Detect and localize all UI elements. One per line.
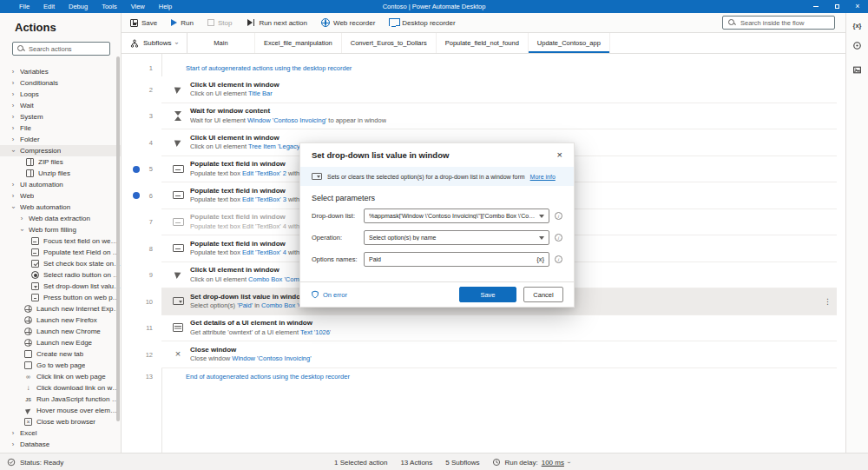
menu-tools[interactable]: Tools [95, 0, 124, 13]
sidebar-action-go-to-web-page[interactable]: Go to web page [0, 360, 121, 371]
entity-link[interactable]: Edit 'TextBox' 3 [242, 195, 286, 203]
tab-update-contoso-app[interactable]: Update_Contoso_app [529, 33, 610, 53]
sidebar-action-launch-new-edge[interactable]: Launch new Edge [0, 337, 121, 348]
sidebar-group-file[interactable]: ›File [0, 122, 121, 134]
tab-excel-file-manipulation[interactable]: Excel_file_manipulation [255, 33, 342, 53]
row-menu-button[interactable]: ⋮ [824, 297, 832, 306]
menu-help[interactable]: Help [152, 0, 179, 13]
close-button[interactable]: × [847, 0, 868, 13]
entity-link[interactable]: Text '1026' [300, 328, 331, 336]
options-names-input[interactable]: Paid {x} [364, 252, 549, 267]
sidebar-action-run-javascript-function-on-we[interactable]: Run JavaScript function on we... [0, 394, 121, 405]
menu-view[interactable]: View [124, 0, 152, 13]
run-next-action-button[interactable]: Run next action [246, 19, 307, 27]
tab-convert-euros-to-dollars[interactable]: Convert_Euros_to_Dollars [342, 33, 437, 53]
flow-action-row[interactable]: Close windowClose window Window 'Contoso… [161, 341, 837, 368]
stop-label: Stop [218, 19, 232, 27]
images-icon[interactable] [852, 63, 862, 78]
sidebar-action-unzip-files[interactable]: Unzip files [0, 168, 121, 179]
search-flow-input[interactable]: Search inside the flow [722, 16, 835, 30]
sidebar-action-set-check-box-state-on-we[interactable]: Set check box state on we... [0, 258, 121, 269]
sidebar-group-wait[interactable]: ›Wait [0, 100, 121, 111]
sidebar-group-web-form-filling[interactable]: ›Web form filling [0, 224, 121, 235]
menu-debug[interactable]: Debug [62, 0, 95, 13]
ui-elements-icon[interactable] [852, 38, 862, 54]
sidebar-group-excel[interactable]: ›Excel [0, 427, 121, 439]
sidebar-action-click-link-on-web-page[interactable]: Click link on web page [0, 371, 121, 382]
maximize-button[interactable] [826, 0, 847, 13]
sidebar-action-set-drop-down-list-value-o[interactable]: Set drop-down list value o... [0, 281, 121, 292]
info-icon: i [555, 234, 562, 242]
sidebar-title: Actions [0, 13, 121, 41]
sidebar-action-close-web-browser[interactable]: Close web browser [0, 416, 121, 427]
breakpoint-dot[interactable] [133, 192, 140, 199]
save-button[interactable]: Save [459, 287, 516, 302]
sidebar-action-focus-text-field-on-web-pa[interactable]: Focus text field on web pa... [0, 235, 121, 247]
subflows-dropdown[interactable]: Subflows › [122, 33, 187, 53]
sidebar-action-populate-text-field-on-web[interactable]: Populate text Field on web... [0, 247, 121, 258]
entity-link[interactable]: 'Paid' [237, 301, 253, 309]
sidebar-group-web[interactable]: ›Web [0, 190, 121, 202]
flow-action-row[interactable]: Get details of a UI element in windowGet… [161, 315, 837, 342]
more-info-link[interactable]: More info [530, 174, 556, 180]
flow-action-row[interactable]: Click UI element in windowClick on UI el… [161, 76, 837, 103]
flow-comment[interactable]: Start of autogenerated actions using the… [161, 59, 837, 76]
sidebar-item-label: Web [20, 192, 34, 200]
flow-action-row[interactable]: Wait for window contentWait for UI eleme… [161, 103, 837, 130]
subflow-tabbar: Subflows › MainExcel_file_manipulationCo… [122, 33, 845, 54]
tab-main[interactable]: Main [187, 33, 255, 53]
dialog-close-icon[interactable]: × [557, 150, 562, 160]
sidebar-group-compression[interactable]: ›Compression [0, 145, 121, 156]
sidebar-group-system[interactable]: ›System [0, 111, 121, 122]
entity-link[interactable]: Title Bar [248, 89, 273, 97]
entity-link[interactable]: Window 'Contoso Invoicing' [232, 354, 311, 362]
sidebar-scrollbar[interactable] [116, 56, 120, 421]
action-text: Click UI element in windowClick on UI el… [190, 81, 279, 98]
sidebar-action-click-download-link-on-web-pa[interactable]: Click download link on web pa... [0, 382, 121, 394]
row-number: 12 [146, 351, 153, 359]
sidebar-group-conditionals[interactable]: ›Conditionals [0, 77, 121, 89]
entity-link[interactable]: Edit 'TextBox' 2 [242, 169, 286, 177]
save-button[interactable]: Save [130, 19, 157, 27]
variable-picker-icon[interactable]: {x} [536, 256, 544, 262]
sidebar-action-launch-new-chrome[interactable]: Launch new Chrome [0, 326, 121, 337]
sidebar-group-ui-automation[interactable]: ›UI automation [0, 179, 121, 190]
sidebar-item-label: Launch new Edge [36, 339, 92, 347]
breakpoint-dot[interactable] [133, 166, 140, 173]
cancel-button[interactable]: Cancel [523, 287, 563, 302]
sidebar-group-folder[interactable]: ›Folder [0, 134, 121, 145]
sidebar-group-variables[interactable]: ›Variables [0, 66, 121, 77]
web-recorder-button[interactable]: Web recorder [321, 18, 375, 27]
dropdown-list-input[interactable]: %appmask['Window \'Contoso Invoicing\'']… [364, 209, 549, 223]
tab-populate-field-not-found[interactable]: Populate_field_not_found [437, 33, 529, 53]
flow-comment[interactable]: End of autogenerated actions using the d… [161, 368, 837, 386]
search-actions-input[interactable]: Search actions [12, 42, 110, 56]
subflow-icon [130, 39, 139, 48]
sidebar-action-create-new-tab[interactable]: Create new tab [0, 348, 121, 360]
sidebar-group-web-data-extraction[interactable]: ›Web data extraction [0, 213, 121, 224]
menu-file[interactable]: File [12, 0, 36, 13]
menu-edit[interactable]: Edit [36, 0, 62, 13]
run-delay-value[interactable]: 100 ms [542, 459, 564, 467]
run-delay-control[interactable]: Run delay: 100 ms › [492, 458, 569, 467]
sidebar-action-launch-new-internet-explorer[interactable]: Launch new Internet Explorer [0, 303, 121, 314]
sidebar-action-hover-mouse-over-element-on[interactable]: Hover mouse over element on... [0, 405, 121, 416]
sidebar-action-press-button-on-web-page[interactable]: Press button on web page [0, 292, 121, 303]
operation-select[interactable]: Select option(s) by name [364, 230, 549, 245]
sidebar-action-launch-new-firefox[interactable]: Launch new Firefox [0, 314, 121, 326]
dropdown-icon [172, 297, 184, 305]
minimize-button[interactable] [806, 0, 826, 13]
variables-icon[interactable]: {x} [852, 22, 861, 30]
field-label: Operation: [312, 234, 358, 242]
chevron-right-icon: › [10, 125, 16, 132]
entity-link[interactable]: Edit 'TextBox' 4 [242, 248, 286, 256]
run-button[interactable]: Run [171, 19, 194, 27]
on-error-link[interactable]: On error [311, 290, 347, 299]
sidebar-group-loops[interactable]: ›Loops [0, 89, 121, 100]
sidebar-action-zip-files[interactable]: ZIP files [0, 156, 121, 168]
entity-link[interactable]: Window 'Contoso Invoicing' [247, 116, 326, 124]
sidebar-action-select-radio-button-on-we[interactable]: Select radio button on we... [0, 269, 121, 281]
desktop-recorder-button[interactable]: Desktop recorder [389, 18, 455, 27]
sidebar-group-database[interactable]: ›Database [0, 439, 121, 450]
sidebar-group-web-automation[interactable]: ›Web automation [0, 202, 121, 213]
